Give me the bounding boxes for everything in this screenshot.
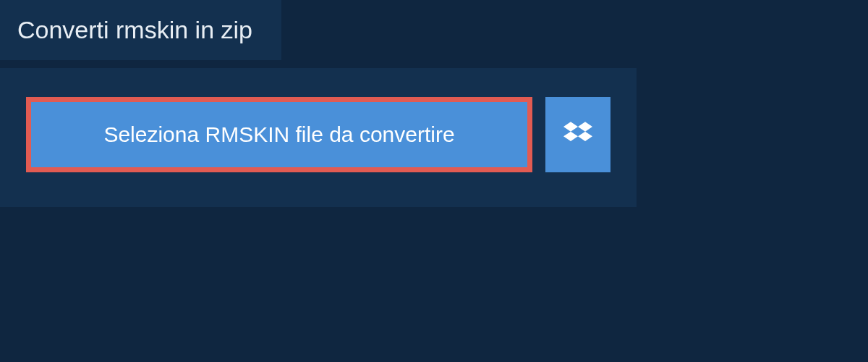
dropbox-icon [563, 119, 592, 151]
select-file-button[interactable]: Seleziona RMSKIN file da convertire [26, 97, 532, 172]
page-title: Converti rmskin in zip [17, 16, 252, 44]
select-file-label: Seleziona RMSKIN file da convertire [103, 122, 454, 147]
tab-header: Converti rmskin in zip [0, 0, 281, 60]
dropbox-button[interactable] [545, 97, 610, 172]
converter-panel: Seleziona RMSKIN file da convertire [0, 68, 637, 207]
